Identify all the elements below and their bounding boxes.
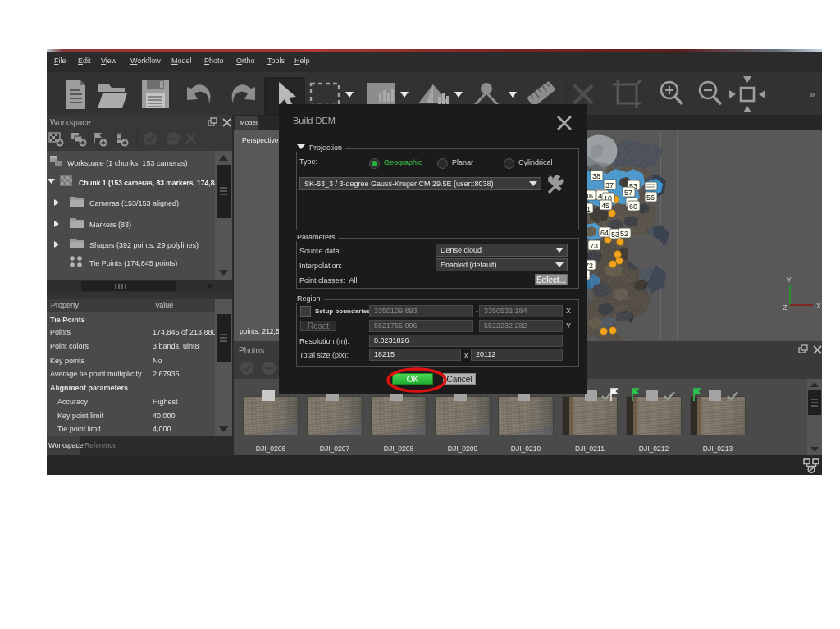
svg-text:45: 45: [601, 202, 609, 210]
svg-text:53: 53: [611, 230, 619, 239]
svg-text:X: X: [816, 302, 821, 310]
svg-text:38: 38: [592, 172, 600, 180]
svg-text:57: 57: [624, 189, 632, 197]
svg-text:Workspace (1 chunks, 153 camer: Workspace (1 chunks, 153 cameras): [67, 159, 187, 167]
svg-text:56: 56: [646, 194, 655, 202]
svg-text:»: »: [810, 89, 815, 100]
svg-text:73: 73: [590, 242, 598, 250]
svg-text:Shapes (392 points, 29 polylin: Shapes (392 points, 29 polylines): [89, 241, 199, 249]
svg-text:37: 37: [605, 181, 614, 189]
svg-text:Y: Y: [787, 276, 792, 284]
svg-text:60: 60: [629, 203, 637, 211]
svg-text:Z: Z: [783, 303, 788, 312]
svg-text:Cameras (153/153 aligned): Cameras (153/153 aligned): [89, 199, 179, 207]
svg-text:Tie Points (174,845 points): Tie Points (174,845 points): [89, 259, 177, 267]
svg-text:Markers (83): Markers (83): [89, 221, 131, 229]
svg-text:Chunk 1 (153 cameras, 83 marke: Chunk 1 (153 cameras, 83 markers, 174,84…: [79, 179, 215, 187]
svg-text:64: 64: [600, 229, 609, 237]
svg-text:52: 52: [620, 230, 628, 238]
